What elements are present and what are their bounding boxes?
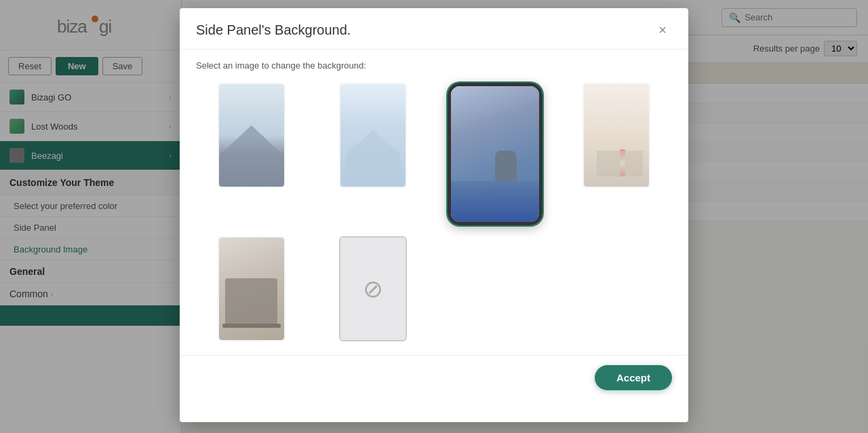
- background-image-modal: Side Panel's Background. × Select an ima…: [180, 8, 688, 422]
- modal-close-button[interactable]: ×: [653, 20, 672, 39]
- phone-frame: [448, 83, 542, 225]
- accept-button[interactable]: Accept: [595, 365, 672, 390]
- image-option-mountain[interactable]: [218, 83, 285, 188]
- modal-body: Select an image to change the background…: [180, 50, 688, 355]
- image-option-laptop[interactable]: [218, 236, 285, 341]
- image-option-lighthouse[interactable]: [583, 83, 650, 188]
- modal-subtitle: Select an image to change the background…: [196, 60, 672, 71]
- image-option-none[interactable]: ⊘: [339, 236, 407, 341]
- images-grid: ⊘: [196, 83, 672, 341]
- image-option-glacier[interactable]: [339, 83, 407, 188]
- modal-header: Side Panel's Background. ×: [180, 8, 688, 50]
- modal-title: Side Panel's Background.: [196, 22, 351, 38]
- modal-footer: Accept: [180, 355, 688, 402]
- no-image-icon: ⊘: [363, 275, 383, 303]
- image-option-ocean-container[interactable]: [448, 83, 542, 225]
